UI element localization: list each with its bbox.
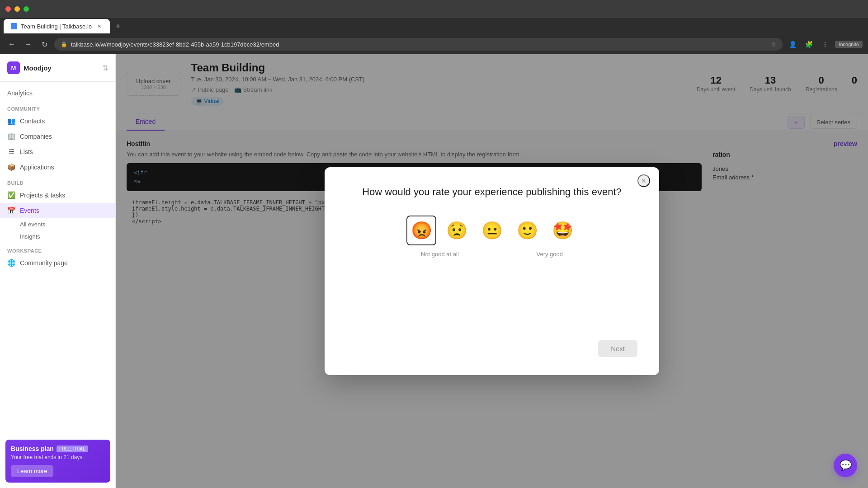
lists-label: Lists — [20, 148, 33, 155]
reload-btn[interactable]: ↻ — [38, 38, 51, 51]
tab-close-btn[interactable]: ✕ — [95, 23, 103, 30]
emoji-rating-group: 😡 😟 😐 🙂 🤩 — [346, 216, 637, 245]
back-btn[interactable]: ← — [5, 38, 18, 51]
sidebar-item-community-page[interactable]: 🌐 Community page — [0, 255, 115, 271]
business-plan-section: Business plan FREE TRIAL Your free trial… — [0, 434, 116, 488]
url-text: talkbase.io/w/moodjoy/events/e33823ef-8b… — [71, 41, 767, 48]
minimize-btn[interactable] — [14, 6, 20, 12]
lock-icon: 🔒 — [61, 41, 67, 47]
workspace-section-title: WORKSPACE — [0, 243, 115, 255]
sidebar-item-projects[interactable]: ✅ Projects & tasks — [0, 188, 115, 203]
chat-bubble-btn[interactable]: 💬 — [834, 454, 857, 477]
brand-avatar: M — [7, 61, 20, 74]
rating-modal: × How would you rate your experience pub… — [325, 167, 659, 375]
insights-label: Insights — [20, 233, 40, 240]
business-plan-card: Business plan FREE TRIAL Your free trial… — [5, 440, 110, 483]
extensions-icon[interactable]: 🧩 — [802, 38, 815, 51]
profile-icon[interactable]: 👤 — [786, 38, 799, 51]
label-left: Not good at all — [421, 251, 459, 258]
emoji-btn-angry[interactable]: 😡 — [406, 216, 436, 245]
projects-icon: ✅ — [7, 191, 15, 199]
brand-initial: M — [11, 65, 16, 71]
label-right: Very good — [536, 251, 563, 258]
analytics-item[interactable]: Analytics — [0, 85, 115, 101]
main-content: Upload cover 1200 × 630 Team Building Tu… — [116, 54, 868, 488]
close-btn[interactable] — [5, 6, 11, 12]
modal-footer: Next — [346, 329, 637, 357]
incognito-badge: Incognito — [835, 41, 863, 48]
sidebar-toggle-icon[interactable]: ⇅ — [102, 64, 108, 72]
brand-name: Moodjoy — [24, 64, 52, 72]
community-page-label: Community page — [20, 259, 68, 267]
browser-actions: 👤 🧩 ⋮ Incognito — [786, 38, 863, 51]
browser-window: Team Building | Talkbase.io ✕ + ← → ↻ 🔒 … — [0, 0, 868, 54]
build-section-title: BUILD — [0, 175, 115, 188]
community-page-icon: 🌐 — [7, 259, 15, 267]
sidebar-item-applications[interactable]: 📦 Applications — [0, 160, 115, 175]
sidebar-item-contacts[interactable]: 👥 Contacts — [0, 113, 115, 129]
all-events-label: All events — [20, 221, 45, 228]
next-btn[interactable]: Next — [598, 340, 637, 357]
app-layout: M Moodjoy ⇅ Analytics COMMUNITY 👥 Contac… — [0, 54, 868, 488]
contacts-icon: 👥 — [7, 117, 15, 125]
bp-subtitle: Your free trial ends in 21 days. — [11, 454, 105, 460]
events-label: Events — [20, 207, 39, 214]
address-bar: ← → ↻ 🔒 talkbase.io/w/moodjoy/events/e33… — [0, 34, 868, 54]
modal-title: How would you rate your experience publi… — [346, 185, 637, 199]
sidebar-sub-all-events[interactable]: All events — [0, 218, 115, 230]
community-section-title: COMMUNITY — [0, 101, 115, 113]
bp-title: Business plan — [11, 445, 54, 452]
bp-badge: FREE TRIAL — [57, 446, 88, 452]
sidebar-item-events[interactable]: 📅 Events — [0, 203, 115, 218]
emoji-btn-sad[interactable]: 😟 — [442, 216, 472, 245]
sidebar-item-lists[interactable]: ☰ Lists — [0, 144, 115, 160]
sidebar-sub-insights[interactable]: Insights — [0, 230, 115, 243]
maximize-btn[interactable] — [24, 6, 29, 12]
applications-icon: 📦 — [7, 163, 15, 171]
sidebar-item-companies[interactable]: 🏢 Companies — [0, 129, 115, 144]
url-bar[interactable]: 🔒 talkbase.io/w/moodjoy/events/e33823ef-… — [54, 38, 783, 51]
sidebar-nav: Analytics COMMUNITY 👥 Contacts 🏢 Compani… — [0, 82, 115, 274]
modal-overlay: × How would you rate your experience pub… — [116, 54, 868, 488]
more-icon[interactable]: ⋮ — [819, 38, 831, 51]
bookmark-icon[interactable]: ☆ — [770, 41, 776, 48]
chat-icon: 💬 — [840, 460, 852, 471]
applications-label: Applications — [20, 164, 54, 171]
events-icon: 📅 — [7, 206, 15, 215]
tab-title: Team Building | Talkbase.io — [21, 23, 92, 30]
tab-favicon — [11, 23, 17, 29]
forward-btn[interactable]: → — [22, 38, 34, 51]
emoji-btn-happy[interactable]: 🙂 — [512, 216, 542, 245]
tab-bar: Team Building | Talkbase.io ✕ + — [0, 18, 868, 34]
sidebar-header: M Moodjoy ⇅ — [0, 54, 115, 82]
rating-labels: Not good at all Very good — [417, 251, 566, 258]
titlebar — [0, 0, 868, 18]
projects-label: Projects & tasks — [20, 192, 65, 199]
new-tab-btn[interactable]: + — [112, 20, 124, 33]
sidebar: M Moodjoy ⇅ Analytics COMMUNITY 👥 Contac… — [0, 54, 116, 488]
analytics-label: Analytics — [7, 89, 33, 97]
emoji-btn-neutral[interactable]: 😐 — [477, 216, 507, 245]
lists-icon: ☰ — [7, 148, 15, 156]
learn-more-btn[interactable]: Learn more — [11, 465, 53, 477]
contacts-label: Contacts — [20, 117, 45, 125]
bp-header: Business plan FREE TRIAL — [11, 445, 105, 452]
companies-label: Companies — [20, 133, 52, 140]
browser-tab[interactable]: Team Building | Talkbase.io ✕ — [4, 19, 110, 33]
modal-close-btn[interactable]: × — [637, 174, 650, 187]
companies-icon: 🏢 — [7, 132, 15, 141]
emoji-btn-very-happy[interactable]: 🤩 — [547, 216, 577, 245]
sidebar-brand: M Moodjoy — [7, 61, 52, 74]
